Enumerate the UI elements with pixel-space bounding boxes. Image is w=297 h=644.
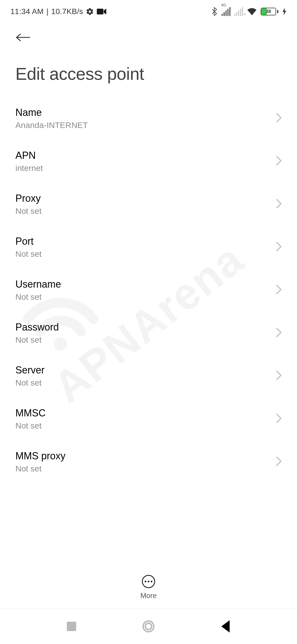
nav-home-button[interactable] [140,618,157,635]
setting-mmsc[interactable]: MMSC Not set [0,397,297,440]
setting-label: Username [15,279,61,290]
setting-label: APN [15,150,43,161]
wifi-icon [247,7,257,16]
status-time: 11:34 AM [10,7,44,16]
back-arrow-icon [15,32,31,43]
chevron-right-icon [275,112,283,124]
square-icon [67,622,76,631]
signal-1-icon: 4G [222,7,230,16]
scroll-fade [0,534,297,567]
status-left: 11:34 AM | 10.7KB/s [10,7,107,16]
setting-apn[interactable]: APN internet [0,140,297,183]
page-title: Edit access point [14,46,283,97]
setting-value: internet [15,163,43,173]
setting-label: Name [15,107,88,118]
camera-icon [97,8,107,15]
setting-password[interactable]: Password Not set [0,312,297,354]
chevron-right-icon [275,155,283,167]
chevron-right-icon [275,198,283,210]
gear-icon [86,7,94,16]
chevron-right-icon [275,456,283,468]
triangle-left-icon [217,618,234,635]
setting-label: Server [15,364,45,376]
setting-label: MMSC [15,407,46,419]
setting-mms-proxy[interactable]: MMS proxy Not set [0,440,297,483]
nav-recent-button[interactable] [63,618,80,635]
setting-label: Proxy [15,193,42,204]
status-netspeed: 10.7KB/s [51,7,83,16]
charging-bolt-icon [282,8,287,15]
nav-back-button[interactable] [217,618,234,635]
setting-proxy[interactable]: Proxy Not set [0,183,297,226]
more-label: More [140,591,156,600]
setting-server[interactable]: Server Not set [0,354,297,397]
signal-2-icon: × [234,7,243,16]
system-nav-bar [0,608,297,644]
more-button[interactable]: More [0,568,297,600]
chevron-right-icon [275,284,283,296]
more-icon [142,575,155,588]
setting-label: MMS proxy [15,450,65,462]
chevron-right-icon [275,327,283,339]
setting-username[interactable]: Username Not set [0,269,297,312]
chevron-right-icon [275,241,283,253]
bluetooth-icon [211,7,218,16]
settings-list: Name Ananda-INTERNET APN internet Proxy … [0,97,297,483]
setting-value: Not set [15,206,42,216]
setting-value: Not set [15,335,59,345]
battery-percent: 38 [261,9,276,14]
setting-value: Not set [15,464,65,473]
status-right: 4G × 38 [211,7,287,16]
svg-rect-1 [97,9,103,15]
setting-value: Not set [15,378,45,388]
circle-icon [142,620,155,632]
setting-port[interactable]: Port Not set [0,226,297,269]
setting-value: Not set [15,249,42,259]
setting-value: Ananda-INTERNET [15,121,88,130]
status-sep: | [46,7,49,16]
chevron-right-icon [275,370,283,382]
signal-1-tag: 4G [221,3,226,7]
setting-value: Not set [15,421,46,430]
battery-icon: 38 [261,8,278,15]
header: Edit access point [0,19,297,97]
setting-value: Not set [15,292,61,302]
setting-label: Port [15,236,42,247]
setting-name[interactable]: Name Ananda-INTERNET [0,97,297,140]
status-bar: 11:34 AM | 10.7KB/s 4G × [0,0,297,19]
back-button[interactable] [14,29,32,46]
setting-label: Password [15,321,59,333]
chevron-right-icon [275,413,283,425]
